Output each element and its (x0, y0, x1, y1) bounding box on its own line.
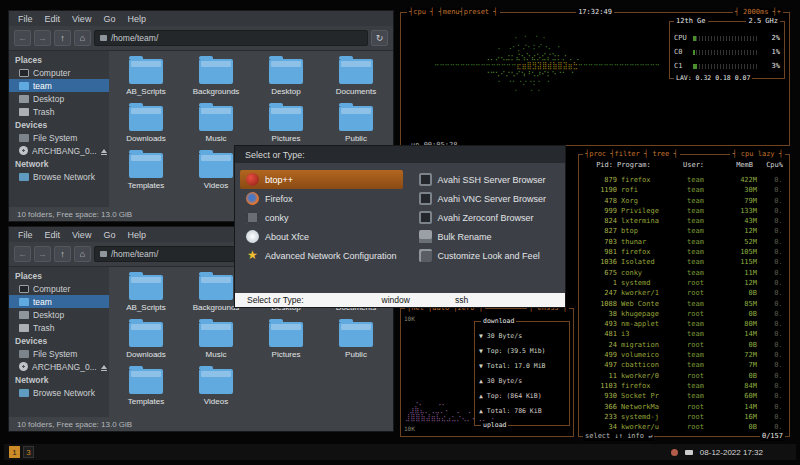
process-row[interactable]: 481 i3 team 14M 0.0 (587, 329, 781, 339)
process-row[interactable]: 824 lxtermina team 43M 0.2 (587, 216, 781, 226)
sidebar-item-trash[interactable]: Trash (9, 321, 109, 334)
back-button[interactable]: ← (14, 30, 31, 46)
process-row[interactable]: 703 thunar team 52M 0.0 (587, 237, 781, 247)
menu-item[interactable]: Edit (40, 13, 66, 25)
process-row[interactable]: 999 Privilege team 133M 0.0 (587, 206, 781, 216)
menu-item[interactable]: Help (122, 229, 151, 241)
cpu-tabs[interactable]: ┤cpu ┤ ┤menu┤preset ┤ (407, 8, 500, 17)
folder-item[interactable]: Music (181, 106, 251, 143)
app-item[interactable]: Avahi Zeroconf Browser (413, 208, 560, 227)
folder-item[interactable]: AB_Scripts (111, 59, 181, 96)
back-button[interactable]: ← (14, 246, 31, 262)
app-item[interactable]: Avahi SSH Server Browser (413, 170, 560, 189)
process-row[interactable]: 366 NetworkMa root 14M 0.0 (587, 402, 781, 412)
app-item[interactable]: btop++ (240, 170, 403, 189)
process-row[interactable]: 34 kworker/u root 0B 0.0 (587, 422, 781, 432)
folder-item[interactable]: Music (181, 322, 251, 359)
menu-item[interactable]: View (67, 13, 96, 25)
app-item[interactable]: About Xfce (240, 227, 403, 246)
eject-icon[interactable] (101, 365, 107, 369)
folder-item[interactable]: Desktop (251, 59, 321, 96)
process-row[interactable]: 11 kworker/0 root 0B 0.0 (587, 371, 781, 381)
tray-notification-icon[interactable] (671, 449, 678, 456)
menu-item[interactable]: Edit (40, 229, 66, 241)
process-row[interactable]: 1190 rofi team 30M 0.0 (587, 185, 781, 195)
menu-item[interactable]: Go (98, 13, 120, 25)
folder-item[interactable]: Downloads (111, 322, 181, 359)
workspace-button-3[interactable]: 3 (23, 446, 34, 458)
process-row[interactable]: 24 migration root 0B 0.0 (587, 340, 781, 350)
sidebar-item-team[interactable]: team (9, 79, 109, 92)
folder-item[interactable]: Templates (111, 369, 181, 406)
process-row[interactable]: 1036 Isolated team 115M 0.0 (587, 257, 781, 267)
entry-completion-2[interactable]: ssh (455, 295, 468, 305)
process-row[interactable]: 497 cbatticon team 7M 0.0 (587, 360, 781, 370)
proc-sort-mode[interactable]: ┤ cpu lazy ┤ (730, 150, 785, 159)
menu-item[interactable]: File (13, 229, 38, 241)
folder-item[interactable]: Downloads (111, 106, 181, 143)
path-bar[interactable]: /home/team/ (94, 30, 368, 46)
sidebar-item-browse-network[interactable]: Browse Network (9, 386, 109, 399)
process-row[interactable]: 1088 Web Conte team 85M 0.0 (587, 299, 781, 309)
sidebar-item-filesystem[interactable]: File System (9, 347, 109, 360)
app-item[interactable]: Firefox (240, 189, 403, 208)
menu-item[interactable]: View (67, 229, 96, 241)
process-row[interactable]: 930 Socket Pr team 60M 0.0 (587, 391, 781, 401)
app-item[interactable]: conky (240, 208, 403, 227)
sidebar-item-volume[interactable]: ARCHBANG_0... (9, 144, 109, 157)
process-row[interactable]: 1103 firefox team 84M 0.0 (587, 381, 781, 391)
up-button[interactable]: ↑ (54, 246, 71, 262)
sidebar-item-trash[interactable]: Trash (9, 105, 109, 118)
refresh-interval[interactable]: ┤ 2000ms ┤+ (733, 8, 783, 17)
folder-item[interactable]: Videos (181, 369, 251, 406)
folder-item[interactable]: Templates (111, 153, 181, 190)
process-row[interactable]: 1 systemd root 12M 0.0 (587, 278, 781, 288)
process-row[interactable]: 879 firefox team 422M 0.0 (587, 175, 781, 185)
folder-item[interactable]: Pictures (251, 322, 321, 359)
process-row[interactable]: 247 kworker/1 root 0B 0.0 (587, 288, 781, 298)
sidebar-item-desktop[interactable]: Desktop (9, 308, 109, 321)
forward-button[interactable]: → (34, 30, 51, 46)
menu-item[interactable]: Go (98, 229, 120, 241)
sidebar-item-volume[interactable]: ARCHBANG_0... (9, 360, 109, 373)
folder-item[interactable]: Documents (321, 59, 391, 96)
process-row[interactable]: 493 nm-applet team 80M 0.0 (587, 319, 781, 329)
folder-item[interactable]: AB_Scripts (111, 275, 181, 312)
proc-tabs[interactable]: ┤proc ┤filter ┤ tree ┤ (583, 150, 680, 159)
process-row[interactable]: 38 khugepage root 0B 0.0 (587, 309, 781, 319)
process-row[interactable]: 499 volumeico team 72M 0.0 (587, 350, 781, 360)
process-row[interactable]: 675 conky team 11M 0.0 (587, 268, 781, 278)
search-entry[interactable]: Select or Type: window ssh (235, 293, 565, 307)
folder-icon (199, 59, 233, 84)
process-row[interactable]: 233 systemd-j root 16M 0.0 (587, 412, 781, 422)
home-button[interactable]: ⌂ (74, 30, 91, 46)
sidebar-item-browse-network[interactable]: Browse Network (9, 170, 109, 183)
folder-item[interactable]: Backgrounds (181, 59, 251, 96)
battery-icon[interactable] (685, 450, 693, 455)
app-item[interactable]: Advanced Network Configuration (240, 246, 403, 265)
workspace-button-1[interactable]: 1 (9, 446, 20, 458)
app-item[interactable]: Bulk Rename (413, 227, 560, 246)
sidebar-item-computer[interactable]: Computer (9, 282, 109, 295)
app-item[interactable]: Customize Look and Feel (413, 246, 560, 265)
folder-item[interactable]: Public (321, 106, 391, 143)
forward-button[interactable]: → (34, 246, 51, 262)
app-item[interactable]: Avahi VNC Server Browser (413, 189, 560, 208)
home-button[interactable]: ⌂ (74, 246, 91, 262)
folder-item[interactable]: Pictures (251, 106, 321, 143)
process-row[interactable]: 478 Xorg team 79M 0.7 (587, 196, 781, 206)
reload-button[interactable]: ↻ (371, 30, 388, 46)
up-button[interactable]: ↑ (54, 30, 71, 46)
sidebar-item-computer[interactable]: Computer (9, 66, 109, 79)
eject-icon[interactable] (101, 149, 107, 153)
process-row[interactable]: 981 firefox team 105M 0.0 (587, 247, 781, 257)
menu-item[interactable]: File (13, 13, 38, 25)
process-row[interactable]: 827 btop team 12M 0.7 (587, 226, 781, 236)
entry-completion-1[interactable]: window (382, 295, 410, 305)
menu-item[interactable]: Help (122, 13, 151, 25)
folder-item[interactable]: Public (321, 322, 391, 359)
sidebar-item-filesystem[interactable]: File System (9, 131, 109, 144)
cpu-graph: ⠂ ⠁ ⠈ ⠂ ⠄ ⠠⠂⡁⠌⠂⠅⠊⠐⠄ ⠂ ⢀⡀⡠⢄⣐⡂⣌⢢⡑⣔⡡⣊⡌⣑⡂⡐⢀ … (409, 35, 659, 133)
sidebar-item-desktop[interactable]: Desktop (9, 92, 109, 105)
sidebar-item-team[interactable]: team (9, 295, 109, 308)
